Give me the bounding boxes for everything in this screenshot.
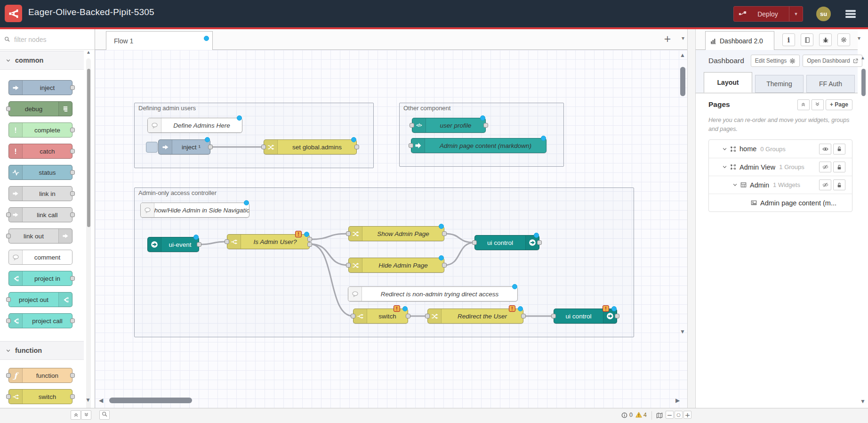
edit-settings-button[interactable]: Edit Settings bbox=[751, 55, 800, 67]
node-port-input[interactable] bbox=[551, 314, 556, 318]
node-port-output-2[interactable] bbox=[307, 242, 312, 247]
flow-node-admin-page-content-markdown-[interactable]: Admin page content (markdown) bbox=[411, 138, 547, 153]
node-port-output[interactable] bbox=[354, 145, 359, 149]
node-port-output[interactable] bbox=[70, 191, 75, 196]
node-port-output[interactable] bbox=[197, 242, 201, 247]
flow-node-hide-admin-page[interactable]: Hide Admin Page bbox=[348, 258, 444, 273]
node-port-output[interactable] bbox=[70, 85, 75, 90]
node-port-output[interactable] bbox=[70, 373, 75, 378]
flow-node-ui-control[interactable]: ui control bbox=[474, 235, 539, 250]
palette-category-function[interactable]: function bbox=[0, 341, 84, 360]
node-port-input[interactable] bbox=[6, 212, 11, 217]
palette-node-link-call[interactable]: link call bbox=[8, 207, 72, 222]
visibility-toggle-button[interactable] bbox=[819, 144, 831, 155]
zoom-in-button[interactable]: + bbox=[683, 411, 691, 419]
canvas-search-button[interactable] bbox=[99, 410, 110, 420]
tab-dashboard-2[interactable]: Dashboard 2.0 bbox=[705, 31, 774, 50]
node-port-input[interactable] bbox=[346, 231, 351, 236]
palette-node-switch[interactable]: switch bbox=[8, 389, 72, 404]
palette-expand-all-button[interactable] bbox=[81, 410, 91, 420]
palette-scroll-down-icon[interactable]: ▼ bbox=[85, 397, 91, 403]
node-port-input[interactable] bbox=[6, 297, 11, 302]
lock-toggle-button[interactable] bbox=[833, 179, 845, 190]
palette-node-link-out[interactable]: link out bbox=[8, 228, 72, 244]
palette-category-common[interactable]: common bbox=[0, 51, 84, 70]
palette-scrollbar-thumb[interactable] bbox=[87, 69, 90, 227]
flow-node-set-global-admins[interactable]: set global.admins bbox=[264, 139, 357, 155]
node-port-output[interactable] bbox=[483, 123, 488, 128]
tab-flow-1[interactable]: Flow 1 bbox=[106, 31, 213, 50]
config-tab-button[interactable] bbox=[837, 33, 850, 46]
node-port-output[interactable] bbox=[70, 170, 75, 175]
hscroll-left-icon[interactable]: ◀ bbox=[99, 398, 103, 403]
sidebar-scrollbar-thumb[interactable] bbox=[861, 69, 866, 96]
flow-node-user-profile[interactable]: </>user profile bbox=[412, 118, 486, 133]
node-port-input[interactable] bbox=[409, 143, 413, 148]
tab-layout[interactable]: Layout bbox=[704, 72, 752, 93]
vscroll-up-icon[interactable]: ▲ bbox=[680, 52, 685, 58]
node-port-output[interactable] bbox=[406, 314, 410, 318]
flow-node-is-admin-user-[interactable]: Is Admin User?! bbox=[227, 234, 310, 249]
node-port-output[interactable] bbox=[70, 149, 75, 154]
hscroll-thumb[interactable] bbox=[109, 398, 192, 403]
comment-node-show-hide-admin-in-side-navigation[interactable]: Show/Hide Admin in Side Navigation bbox=[140, 203, 249, 218]
flow-node-ui-event[interactable]: ui-event bbox=[147, 237, 199, 252]
move-up-button[interactable] bbox=[797, 99, 810, 110]
node-port-input[interactable] bbox=[346, 263, 351, 268]
navigator-toggle[interactable] bbox=[656, 412, 663, 419]
palette-node-catch[interactable]: catch bbox=[8, 144, 72, 159]
node-port-output[interactable] bbox=[615, 314, 619, 318]
node-port-output[interactable] bbox=[537, 240, 542, 245]
filter-nodes-input[interactable] bbox=[13, 35, 81, 44]
node-port-input[interactable] bbox=[472, 240, 477, 245]
node-port-input[interactable] bbox=[225, 239, 229, 244]
node-port-input[interactable] bbox=[6, 234, 11, 238]
comment-node-define-admins-here[interactable]: Define Admins Here bbox=[147, 118, 242, 133]
lock-toggle-button[interactable] bbox=[833, 162, 845, 172]
palette-node-status[interactable]: status bbox=[8, 165, 72, 180]
add-flow-button[interactable]: + bbox=[664, 33, 671, 44]
node-port-input[interactable] bbox=[261, 145, 266, 149]
flow-node-show-admin-page[interactable]: Show Admin Page bbox=[348, 226, 444, 241]
node-port-output[interactable] bbox=[442, 263, 447, 268]
tab-ff-auth[interactable]: FF Auth bbox=[806, 75, 855, 93]
node-port-input[interactable] bbox=[410, 123, 414, 128]
node-port-output[interactable] bbox=[70, 394, 75, 399]
palette-node-comment[interactable]: comment bbox=[8, 250, 72, 265]
palette-collapse-all-button[interactable] bbox=[71, 410, 81, 420]
flow-node-ui-control[interactable]: ui control! bbox=[554, 309, 617, 324]
node-port-input[interactable] bbox=[6, 394, 11, 399]
tree-row-home[interactable]: home0 Groups bbox=[709, 140, 852, 158]
node-port-input[interactable] bbox=[351, 314, 355, 318]
palette-scroll-up-icon[interactable]: ▲ bbox=[86, 50, 91, 55]
node-port-output[interactable] bbox=[521, 314, 526, 318]
node-port-output[interactable] bbox=[442, 231, 447, 236]
flow-canvas[interactable]: Defining admin usersOther componentAdmin… bbox=[95, 50, 687, 408]
visibility-toggle-button[interactable] bbox=[819, 162, 831, 172]
node-port-output[interactable] bbox=[70, 276, 75, 281]
open-dashboard-button[interactable]: Open Dashboard bbox=[803, 55, 862, 67]
user-avatar[interactable]: su bbox=[816, 7, 831, 21]
vscroll-thumb[interactable] bbox=[680, 67, 685, 96]
deploy-options-caret[interactable]: ▾ bbox=[789, 7, 803, 21]
tree-row-admin-view[interactable]: Admin View1 Groups bbox=[709, 158, 852, 176]
node-port-output[interactable] bbox=[70, 318, 75, 323]
palette-node-function[interactable]: ƒfunction bbox=[8, 368, 72, 383]
sidebar-scroll-up-icon[interactable]: ▲ bbox=[860, 56, 865, 60]
palette-node-project-out[interactable]: project out bbox=[8, 292, 72, 307]
node-port-output[interactable] bbox=[70, 212, 75, 217]
node-port-output[interactable] bbox=[208, 145, 213, 149]
flow-group-Other-component[interactable]: Other component bbox=[399, 103, 564, 167]
node-port-input[interactable] bbox=[6, 106, 11, 111]
inject-trigger-button[interactable] bbox=[146, 142, 158, 153]
tree-row-admin-page-content-m-[interactable]: Admin page content (m... bbox=[709, 194, 852, 212]
node-port-output[interactable] bbox=[70, 128, 75, 132]
deploy-button[interactable]: Deploy ▾ bbox=[733, 6, 803, 22]
zoom-reset-button[interactable]: ○ bbox=[675, 411, 683, 419]
help-tab-button[interactable] bbox=[801, 33, 813, 46]
info-tab-button[interactable]: i bbox=[782, 33, 795, 46]
chevron-down-icon[interactable] bbox=[722, 164, 727, 170]
main-menu-button[interactable] bbox=[842, 8, 859, 20]
chevron-down-icon[interactable] bbox=[722, 146, 727, 152]
flow-node-switch[interactable]: switch! bbox=[353, 309, 408, 324]
